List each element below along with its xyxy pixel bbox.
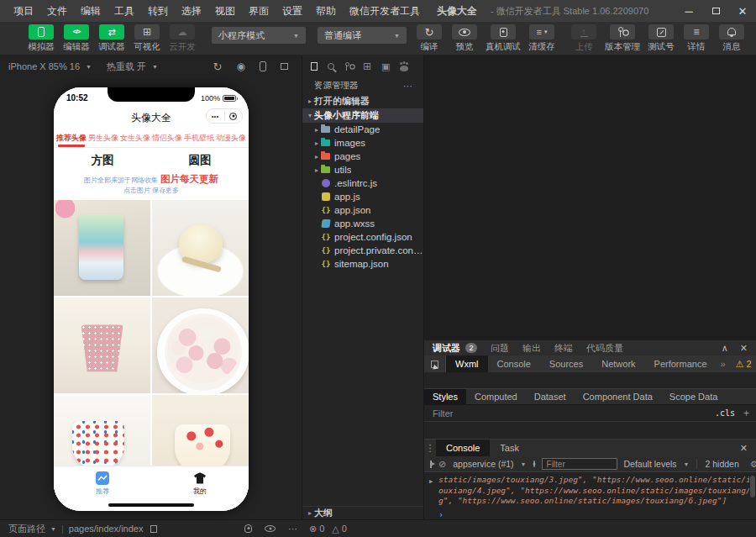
category-tab[interactable]: 男生头像 [87, 129, 119, 147]
compile-select[interactable]: 普通编译 ▼ [318, 27, 407, 44]
menu-item[interactable]: 微信开发者工具 [343, 4, 427, 18]
rainbow-drink-photo[interactable] [54, 200, 150, 296]
console-output[interactable]: ▶ static/images/touxiang/3.jpeg", "https… [424, 472, 756, 519]
menu-item[interactable]: 工具 [108, 4, 141, 18]
category-tab[interactable]: 手机壁纸 [183, 129, 215, 147]
eye-icon[interactable] [265, 525, 276, 532]
debug-icon[interactable] [244, 524, 252, 533]
multi-window-icon[interactable] [281, 63, 288, 70]
console-tab-task[interactable]: Task [490, 440, 529, 456]
paw-icon[interactable] [400, 66, 408, 71]
device-debug-button[interactable]: 真机调试 [486, 24, 521, 53]
devtools-tab-console[interactable]: Console [488, 355, 540, 372]
floral-cup-photo[interactable] [54, 297, 150, 393]
levels-select[interactable]: Default levels [624, 459, 677, 469]
panel-tab[interactable]: 问题 [491, 342, 509, 355]
editor-button[interactable]: </>编辑器 [62, 24, 91, 53]
project-root-folder[interactable]: ▾ 头像小程序前端 [302, 108, 423, 123]
styles-tab[interactable]: Component Data [575, 389, 661, 404]
test-button[interactable]: 测试号 [647, 24, 675, 53]
close-icon[interactable]: ✕ [732, 440, 756, 456]
category-tab[interactable]: 情侣头像 [151, 129, 183, 147]
simulator-button[interactable]: 模拟器 [27, 24, 55, 53]
inspect-element-button[interactable] [424, 355, 446, 372]
console-filter-input[interactable] [542, 458, 617, 470]
refresh-icon[interactable]: ↻ [213, 61, 223, 73]
tree-item[interactable]: ▸images [302, 136, 423, 150]
details-button[interactable]: ≡详情 [682, 24, 711, 53]
console-prompt[interactable]: › [438, 510, 749, 520]
tree-item[interactable]: ▸pages [302, 150, 423, 163]
menu-item[interactable]: 项目 [7, 4, 40, 18]
maximize-button[interactable] [702, 0, 729, 22]
collapse-icon[interactable]: ∧ [722, 343, 728, 354]
strawberry-cup-photo[interactable] [152, 395, 249, 466]
visual-button[interactable]: ⊞可视化 [133, 24, 161, 53]
tree-item[interactable]: {}project.private.config.js... [302, 244, 423, 257]
close-icon[interactable]: ✕ [740, 343, 748, 354]
eye-icon[interactable] [533, 461, 535, 467]
tangyuan-bowl-photo[interactable] [152, 297, 249, 393]
console-tab-console[interactable]: Console [436, 440, 490, 456]
panel-tab[interactable]: 输出 [522, 342, 541, 355]
menu-item[interactable]: 视图 [208, 4, 242, 18]
version-button[interactable]: 版本管理 [605, 24, 640, 53]
record-icon[interactable]: ◉ [237, 61, 245, 72]
tree-item[interactable]: {}app.json [302, 203, 423, 217]
menu-item[interactable]: 设置 [276, 4, 309, 18]
hot-reload-toggle[interactable]: 热重载 开 [107, 61, 146, 73]
more-icon[interactable]: ⋯ [288, 524, 297, 534]
styles-tab[interactable]: Computed [466, 389, 526, 404]
debugger-button[interactable]: ⇄调试器 [97, 24, 126, 53]
tree-item[interactable]: {}project.config.json [302, 230, 423, 244]
category-tab[interactable]: 女生头像 [119, 129, 151, 147]
tab-debugger[interactable]: 调试器 [433, 342, 460, 355]
expand-arrow-icon[interactable]: ▶ [429, 476, 433, 487]
problems-counter[interactable]: ⊗0 △0 [309, 524, 347, 534]
more-menu-button[interactable]: ••• [207, 113, 224, 119]
message-button[interactable]: 消息 [717, 24, 746, 53]
shape-tab[interactable]: 方图 [54, 153, 151, 168]
add-style-icon[interactable]: + [743, 408, 749, 419]
tree-item[interactable]: {}sitemap.json [302, 257, 423, 271]
styles-filter-input[interactable] [431, 408, 708, 419]
more-tabs-icon[interactable]: » [721, 359, 726, 369]
close-button[interactable]: ✕ [729, 0, 756, 22]
device-select[interactable]: iPhone X 85% 16 [8, 61, 80, 71]
mochi-dessert-photo[interactable] [152, 200, 249, 296]
home-capsule-button[interactable] [225, 113, 243, 120]
tab-recommend[interactable]: 推荐 [54, 466, 151, 499]
panel-tab[interactable]: 终端 [554, 342, 573, 355]
context-select[interactable]: appservice (#1) [453, 459, 513, 469]
tree-item[interactable]: ▸detailPage [302, 123, 423, 136]
preview-panel-icon[interactable]: ▣ [381, 61, 390, 72]
scrollbar-thumb[interactable] [750, 476, 755, 498]
cls-button[interactable]: .cls [715, 408, 735, 418]
tree-item[interactable]: app.js [302, 190, 423, 203]
compile-button[interactable]: ↻编译 [415, 24, 444, 53]
menu-item[interactable]: 转到 [141, 4, 175, 18]
menu-item[interactable]: 界面 [242, 4, 276, 18]
copy-icon[interactable] [150, 525, 157, 533]
tab-mine[interactable]: 我的 [151, 466, 249, 499]
tree-item[interactable]: app.wxss [302, 217, 423, 230]
menu-item[interactable]: 选择 [175, 4, 208, 18]
shape-tab[interactable]: 圆图 [151, 153, 249, 168]
devtools-tab-performance[interactable]: Performance [645, 355, 717, 372]
preview-button[interactable]: 预览 [450, 24, 479, 53]
gear-icon[interactable]: ⚙ [750, 459, 756, 469]
outline-section[interactable]: ▸ 大纲 [302, 506, 423, 519]
menu-item[interactable]: 文件 [40, 4, 74, 18]
rotate-device-icon[interactable] [260, 61, 266, 71]
hearts-cup-photo[interactable] [54, 395, 150, 466]
files-icon[interactable] [311, 62, 318, 71]
console-sidebar-icon[interactable] [430, 461, 432, 468]
menu-item[interactable]: 帮助 [309, 4, 343, 18]
styles-tab[interactable]: Styles [424, 389, 466, 404]
hidden-count[interactable]: 2 hidden [696, 459, 739, 469]
page-path-label[interactable]: 页面路径 [8, 523, 45, 535]
minimize-button[interactable]: ─ [675, 0, 702, 22]
devtools-tab-wxml[interactable]: Wxml [446, 355, 488, 372]
category-tab[interactable]: 动漫头像 [215, 129, 247, 147]
cache-button[interactable]: ≡▾清缓存 [528, 24, 556, 53]
